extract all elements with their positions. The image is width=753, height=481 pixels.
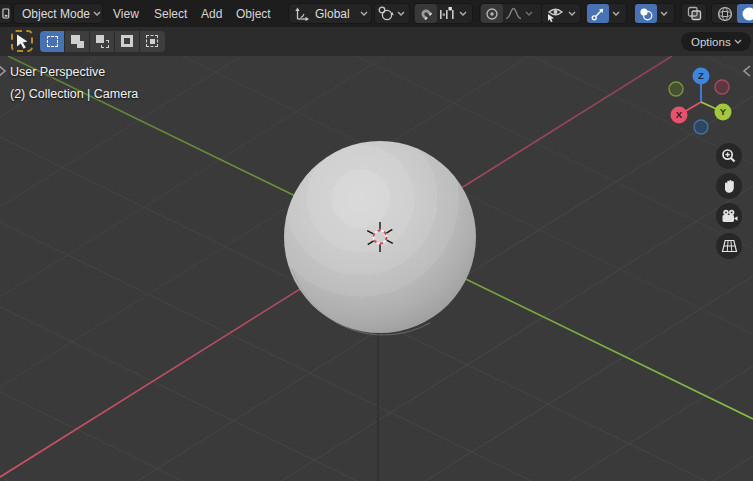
mode-dropdown-label: Object Mode (14, 7, 90, 21)
blender-window: Object Mode View Select Add Object Globa… (0, 0, 753, 481)
viewport-gizmos-icon (591, 7, 605, 21)
gizmo-axis-neg-y[interactable] (669, 82, 683, 96)
toggle-xray-icon (687, 6, 702, 21)
proportional-editing-toggle[interactable] (481, 4, 503, 23)
view-name-text: User Perspective (10, 61, 138, 83)
gizmo-z-label: Z (698, 70, 704, 81)
cursor-arrow-icon (16, 34, 29, 49)
viewport-nav-buttons (716, 143, 743, 259)
perspective-grid-icon (721, 239, 738, 253)
transform-orientation-icon (294, 7, 310, 21)
options-dropdown[interactable]: Options (681, 32, 751, 51)
chevron-down-icon (565, 11, 579, 16)
shading-mode-group (711, 3, 753, 24)
select-mode-invert[interactable] (115, 31, 140, 52)
editor-type-3d-viewport-icon (0, 4, 11, 23)
chevron-down-icon[interactable] (522, 11, 536, 16)
pivot-point-dropdown[interactable] (374, 3, 410, 24)
chevron-down-icon (90, 11, 104, 16)
options-label: Options (691, 36, 731, 48)
shading-solid-button[interactable] (737, 4, 753, 23)
chevron-down-icon (731, 39, 745, 44)
chevron-down-icon[interactable] (456, 11, 470, 16)
toggle-ortho-button[interactable] (716, 233, 742, 259)
snap-increment-icon[interactable] (439, 7, 456, 20)
chevron-down-icon (357, 11, 371, 16)
sidebar-expand-arrow-icon[interactable] (742, 64, 752, 81)
viewport-3d[interactable]: Z X Y User Perspective (2) Collection | … (0, 56, 753, 481)
gizmos-group (585, 3, 627, 24)
gizmo-y-label: Y (720, 106, 727, 117)
zoom-icon (721, 148, 737, 164)
toolbar-expand-arrow-icon[interactable] (0, 64, 7, 81)
snap-toggle-button[interactable] (415, 4, 437, 23)
pan-button[interactable] (716, 173, 742, 199)
toggle-xray-button[interactable] (681, 3, 707, 24)
select-intersect-icon (146, 35, 159, 48)
active-object-text: (2) Collection | Camera (10, 83, 138, 105)
navigation-gizmo[interactable]: Z X Y (669, 68, 732, 135)
viewport-overlay-text: User Perspective (2) Collection | Camera (10, 61, 138, 105)
pivot-point-icon (378, 6, 394, 21)
tool-settings-bar: Options (0, 27, 753, 56)
viewport-header: Object Mode View Select Add Object Globa… (0, 0, 753, 27)
menu-object[interactable]: Object (231, 0, 276, 27)
solid-sphere-icon (741, 6, 753, 22)
snap-group (413, 3, 473, 24)
chevron-down-icon[interactable] (657, 11, 671, 16)
zoom-button[interactable] (716, 143, 742, 169)
gizmo-axis-neg-z[interactable] (694, 120, 708, 134)
wireframe-sphere-icon (717, 6, 733, 22)
menu-view[interactable]: View (108, 0, 144, 27)
select-extend-icon (71, 35, 84, 48)
menu-add[interactable]: Add (196, 0, 227, 27)
select-mode-subtract[interactable] (90, 31, 115, 52)
select-mode-group (40, 31, 165, 52)
gizmo-x-label: X (676, 109, 683, 120)
show-object-types-eye-icon (546, 6, 565, 22)
viewport-overlays-icon (639, 7, 653, 21)
editor-type-button[interactable] (0, 3, 12, 24)
select-subtract-icon (96, 35, 109, 48)
orientation-label: Global (310, 7, 357, 21)
select-mode-set[interactable] (40, 31, 65, 52)
select-mode-intersect[interactable] (140, 31, 165, 52)
viewport-canvas[interactable]: Z X Y (0, 56, 753, 481)
snap-magnet-icon (419, 7, 433, 21)
mode-dropdown[interactable]: Object Mode (13, 3, 103, 24)
chevron-down-icon (394, 11, 408, 16)
camera-icon (721, 209, 738, 224)
gizmo-axis-neg-x[interactable] (715, 80, 729, 94)
select-mode-extend[interactable] (65, 31, 90, 52)
hand-icon (722, 179, 737, 194)
active-tool-select-box[interactable] (11, 30, 33, 52)
proportional-editing-group (479, 3, 543, 24)
show-gizmos-toggle[interactable] (587, 4, 609, 23)
chevron-down-icon[interactable] (609, 11, 623, 16)
select-invert-icon (121, 35, 134, 48)
overlays-group (633, 3, 675, 24)
transform-orientation-dropdown[interactable]: Global (288, 3, 372, 24)
proportional-editing-icon (485, 7, 499, 21)
menu-select[interactable]: Select (149, 0, 192, 27)
object-visibility-dropdown[interactable] (541, 3, 581, 24)
camera-view-button[interactable] (716, 203, 742, 229)
shading-wireframe-button[interactable] (713, 4, 737, 23)
falloff-curve-icon[interactable] (505, 7, 522, 20)
show-overlays-toggle[interactable] (635, 4, 657, 23)
select-set-icon (47, 36, 58, 47)
